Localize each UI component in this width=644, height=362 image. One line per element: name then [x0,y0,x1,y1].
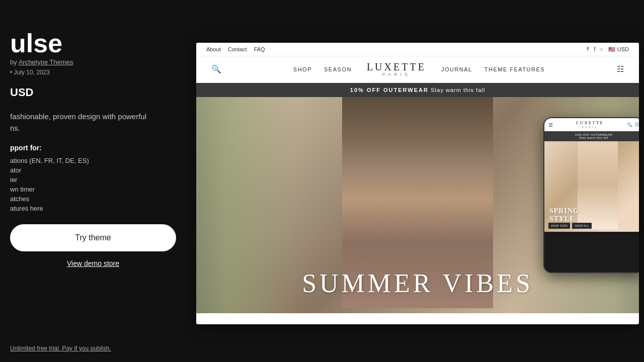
promo-subtext: Stay warm this fall [431,87,485,93]
support-item: atures here [10,205,176,212]
description-line1: fashionable, proven design with powerful [10,111,176,123]
author-link[interactable]: Archetype Themes [19,58,73,66]
hero-title: SUMMER VIBES [302,268,533,298]
mobile-hero-title2: STYLE [549,215,579,223]
instagram-icon[interactable]: ☨ [586,46,590,53]
mobile-buttons: SHOP TOPS SHOP ALL [548,223,592,229]
topbar-contact[interactable]: Contact [228,46,247,52]
cart-icon[interactable]: ☷ [617,64,624,74]
hamburger-icon: ☰ [548,122,553,128]
promo-banner: 10% OFF OUTERWEAR Stay warm this fall [196,83,639,97]
social-icons: ☨ f ○ [586,46,603,53]
trial-suffix: . Pay if you publish. [59,345,111,352]
support-item: ations (EN, FR, IT, DE, ES) [10,157,176,164]
theme-author: by Archetype Themes [10,58,176,66]
topbar-right: ☨ f ○ 🇺🇸 USD [586,46,629,53]
topbar-about[interactable]: About [206,46,221,52]
facebook-icon[interactable]: f [594,46,595,53]
mobile-logo: LUXETTE PARIS [576,121,604,129]
mobile-promo: 10% OFF OUTERWEAR Stay warm this fall [544,131,639,141]
trial-link[interactable]: Unlimited free trial [10,345,59,352]
promo-bold-text: 10% OFF OUTERWEAR [350,87,429,93]
mobile-promo-sub: Stay warm this fall [545,136,639,139]
mobile-logo-sub: PARIS [576,126,604,129]
mobile-logo-main: LUXETTE [576,120,604,125]
support-item: wn timer [10,186,176,193]
currency-selector[interactable]: 🇺🇸 USD [608,46,629,53]
nav-center: SHOP SEASON LUXETTE PARIS JOURNAL THEME … [221,61,617,77]
free-trial-text: Unlimited free trial. Pay if you publish… [10,345,176,352]
try-theme-button[interactable]: Try theme [10,224,176,251]
theme-description: fashionable, proven design with powerful… [10,111,176,134]
mobile-btn-all[interactable]: SHOP ALL [572,223,591,229]
nav-season[interactable]: SEASON [324,66,352,72]
mobile-search-icon: 🔍 [627,122,632,127]
hero-section: SUMMER VIBES ☰ LUXETTE PARIS 🔍 ☷ 10% OFF… [196,97,639,313]
author-prefix: by [10,58,19,66]
mobile-hero-title: SPRING [549,207,579,215]
nav-right: ☷ [617,64,624,74]
support-title: pport for: [10,144,176,152]
search-icon[interactable]: 🔍 [211,64,221,74]
support-item: ator [10,166,176,174]
mobile-cart-icon: ☷ [635,122,639,127]
topbar-faq[interactable]: FAQ [254,46,265,52]
hero-text: SUMMER VIBES [302,268,533,298]
nav-journal[interactable]: JOURNAL [441,66,472,72]
theme-currency: USD [10,86,176,99]
mobile-btn-tops[interactable]: SHOP TOPS [548,223,570,229]
logo-main: LUXETTE [367,61,426,72]
nav-shop[interactable]: SHOP [293,66,312,72]
topbar-links: About Contact FAQ [206,46,265,52]
mobile-hero: SPRING STYLE Fresh loo... SHOP TOPS SHOP… [544,141,639,232]
mobile-icons: 🔍 ☷ [627,122,639,127]
mobile-topbar: ☰ LUXETTE PARIS 🔍 ☷ [544,118,639,131]
hero-plants-left [196,97,297,313]
store-logo[interactable]: LUXETTE PARIS [367,61,426,77]
theme-title: ulse [10,30,176,56]
left-panel: ulse by Archetype Themes • July 10, 2023… [0,0,186,362]
support-list: ations (EN, FR, IT, DE, ES) ator ier wn … [10,157,176,214]
mobile-hero-person [578,141,618,229]
description-line2: ns. [10,123,176,134]
nav-links-right: JOURNAL THEME FEATURES [441,66,545,72]
support-item: ier [10,176,176,184]
store-nav: 🔍 SHOP SEASON LUXETTE PARIS JOURNAL THEM… [196,56,639,83]
nav-theme-features[interactable]: THEME FEATURES [485,66,545,72]
view-demo-link[interactable]: View demo store [10,259,176,267]
logo-sub: PARIS [367,72,426,77]
store-topbar: About Contact FAQ ☨ f ○ 🇺🇸 USD [196,43,639,56]
flag-icon: 🇺🇸 [608,46,615,53]
theme-date: • July 10, 2023 [10,69,176,76]
mobile-preview: ☰ LUXETTE PARIS 🔍 ☷ 10% OFF OUTERWEAR St… [543,117,639,273]
support-item: atches [10,195,176,203]
nav-left: 🔍 [211,64,221,74]
currency-label: USD [617,46,629,52]
nav-links-left: SHOP SEASON [293,66,352,72]
demo-store-preview: About Contact FAQ ☨ f ○ 🇺🇸 USD 🔍 SHOP SE… [196,43,639,324]
pinterest-icon[interactable]: ○ [600,46,603,53]
